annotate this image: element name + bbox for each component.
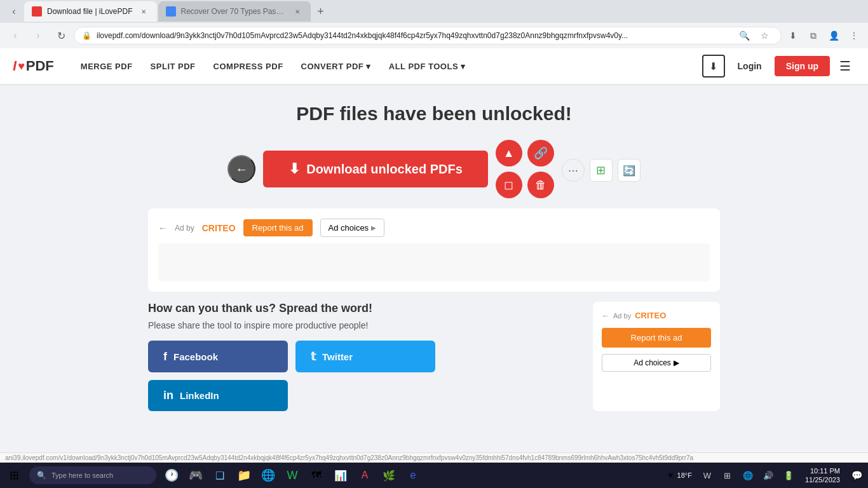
drive-icon: ▲ (503, 147, 515, 160)
nav-compress-pdf[interactable]: COMPRESS PDF (206, 57, 291, 76)
tab-close-2[interactable]: ✕ (292, 6, 303, 17)
network-icon[interactable]: 🌐 (739, 466, 757, 484)
link-icon: 🔗 (534, 146, 548, 160)
ad-back-arrow[interactable]: ← (158, 223, 167, 233)
tab-favicon-1 (32, 6, 42, 17)
nav-convert-pdf[interactable]: CONVERT PDF ▾ (294, 57, 379, 76)
taskbar-system-icon-2[interactable]: ⊞ (719, 466, 736, 484)
share-subtitle: Please share the tool to inspire more pr… (148, 320, 580, 330)
download-toolbar-icon[interactable]: ⬇ (784, 27, 802, 44)
criteo-logo: CRITEO (202, 223, 236, 233)
taskbar-time[interactable]: 10:11 PM 11/25/2023 (800, 466, 845, 485)
page-content: I ♥ PDF MERGE PDF SPLIT PDF COMPRESS PDF… (0, 48, 868, 463)
taskbar-system-icon-1[interactable]: W (698, 466, 716, 484)
signup-button[interactable]: Sign up (775, 56, 830, 76)
more-options-button[interactable]: ⋮ (845, 27, 863, 44)
convert-tool-button[interactable]: 🔄 (618, 159, 641, 182)
address-bar[interactable]: 🔒 ilovepdf.com/download/9n3ykk3nctj0v7h0… (74, 27, 782, 44)
site-header: I ♥ PDF MERGE PDF SPLIT PDF COMPRESS PDF… (0, 48, 868, 84)
nav-merge-pdf[interactable]: MERGE PDF (73, 57, 140, 76)
taskbar-apps: 🕐 🎮 ❑ 📁 🌐 W 🗺 📊 A 🌿 e (160, 464, 424, 487)
copy-link-button[interactable]: 🔗 (527, 140, 554, 166)
back-button[interactable]: ← (227, 155, 255, 183)
nav-split-pdf[interactable]: SPLIT PDF (143, 57, 203, 76)
right-report-ad-button[interactable]: Report this ad (602, 328, 711, 348)
share-section: How can you thank us? Spread the word! P… (148, 302, 720, 411)
facebook-share-button[interactable]: f Facebook (148, 341, 288, 372)
file-explorer-button[interactable]: 📁 (233, 464, 255, 487)
login-button[interactable]: Login (730, 57, 770, 75)
nav-all-tools[interactable]: ALL PDF TOOLS ▾ (381, 57, 473, 76)
start-button[interactable]: ⊞ (3, 464, 25, 487)
facebook-label: Facebook (173, 351, 218, 362)
back-nav-button[interactable]: ‹ (5, 25, 25, 46)
edge-taskbar-button[interactable]: e (402, 464, 424, 487)
maps-taskbar-button[interactable]: 🗺 (305, 464, 328, 487)
game-icon: 🎮 (189, 468, 203, 482)
right-ad-back-arrow[interactable]: ← (602, 311, 609, 320)
profile-icon[interactable]: 👤 (825, 27, 843, 44)
tab-scroll-left[interactable]: ‹ (5, 3, 23, 20)
extensions-icon[interactable]: ⧉ (804, 27, 822, 44)
word-icon: W (287, 469, 298, 482)
linkedin-label: LinkedIn (180, 390, 219, 401)
status-bar: ani39.ilovepdf.com/v1/download/9n3ykk3nc… (0, 452, 868, 463)
tab-ilovepdf[interactable]: Download file | iLovePDF ✕ (24, 1, 157, 22)
tab-recover[interactable]: Recover Over 70 Types Passwo... ✕ (158, 1, 311, 22)
compress-tool-button[interactable]: ⊞ (590, 159, 613, 182)
taskview-button[interactable]: ❑ (208, 464, 231, 487)
right-ad-choices-arrow-icon: ▶ (674, 358, 679, 367)
taskbar-right: ☀ 18°F W ⊞ 🌐 🔊 🔋 10:11 PM 11/25/2023 💬 (663, 466, 865, 485)
right-ad-choices-button[interactable]: Ad choices ▶ (602, 354, 711, 372)
tab-bar: ‹ Download file | iLovePDF ✕ Recover Ove… (0, 0, 868, 23)
more-options-row: ⋯ ⊞ 🔄 (562, 159, 641, 182)
action-buttons: ▲ 🔗 ◻ 🗑 (496, 140, 554, 198)
new-tab-button[interactable]: + (312, 3, 330, 20)
volume-icon[interactable]: 🔊 (759, 466, 777, 484)
linkedin-icon: in (163, 389, 173, 402)
clock-taskbar-app[interactable]: 🕐 (160, 464, 183, 487)
action-row-top: ▲ 🔗 (496, 140, 554, 166)
hamburger-menu[interactable]: ☰ (835, 56, 855, 76)
ad-container: ← Ad by CRITEO Report this ad Ad choices… (148, 208, 720, 292)
clock-icon: 🕐 (165, 468, 179, 482)
acrobat-taskbar-button[interactable]: A (353, 464, 376, 487)
weather-widget: ☀ 18°F (663, 470, 696, 480)
green-taskbar-button[interactable]: 🌿 (377, 464, 400, 487)
right-criteo-logo: CRITEO (635, 311, 666, 320)
date-display: 11/25/2023 (805, 475, 840, 484)
acrobat-icon: A (362, 470, 369, 481)
site-logo[interactable]: I ♥ PDF (13, 58, 54, 74)
download-btn-label: Download unlocked PDFs (306, 162, 463, 177)
twitter-share-button[interactable]: 𝕥 Twitter (295, 341, 435, 372)
taskbar-search-placeholder: Type here to search (51, 471, 113, 479)
search-address-icon[interactable]: 🔍 (735, 27, 753, 44)
charts-icon: 📊 (334, 470, 347, 482)
reload-button[interactable]: ↻ (51, 25, 71, 46)
more-options-dots-button[interactable]: ⋯ (562, 159, 585, 182)
word-taskbar-button[interactable]: W (281, 464, 304, 487)
save-to-dropbox-button[interactable]: ◻ (496, 172, 522, 198)
forward-nav-button[interactable]: › (28, 25, 48, 46)
battery-icon[interactable]: 🔋 (780, 466, 797, 484)
taskbar-search-box[interactable]: 🔍 Type here to search (29, 466, 156, 484)
save-to-drive-button[interactable]: ▲ (496, 140, 522, 166)
compress-icon: ⊞ (596, 163, 606, 177)
ad-choices-button[interactable]: Ad choices ▶ (320, 219, 385, 237)
linkedin-share-button[interactable]: in LinkedIn (148, 380, 288, 411)
tab-favicon-2 (166, 6, 176, 17)
download-unlocked-button[interactable]: ⬇ Download unlocked PDFs (263, 151, 488, 187)
chrome-taskbar-button[interactable]: 🌐 (257, 464, 280, 487)
ad-choices-arrow-icon: ▶ (371, 224, 376, 231)
taskbar: ⊞ 🔍 Type here to search 🕐 🎮 ❑ 📁 🌐 W 🗺 📊 (0, 463, 868, 488)
tab-close-1[interactable]: ✕ (138, 6, 149, 17)
delete-button[interactable]: 🗑 (527, 172, 554, 198)
ad-by-text: Ad by (175, 224, 194, 233)
charts-taskbar-button[interactable]: 📊 (329, 464, 352, 487)
notification-center-button[interactable]: 💬 (848, 466, 865, 484)
report-ad-button[interactable]: Report this ad (243, 219, 313, 236)
right-ad-panel: ← Ad by CRITEO Report this ad Ad choices… (593, 302, 720, 411)
bookmark-icon[interactable]: ☆ (756, 27, 773, 44)
game-taskbar-app[interactable]: 🎮 (184, 464, 207, 487)
header-download-icon[interactable]: ⬇ (702, 55, 725, 78)
